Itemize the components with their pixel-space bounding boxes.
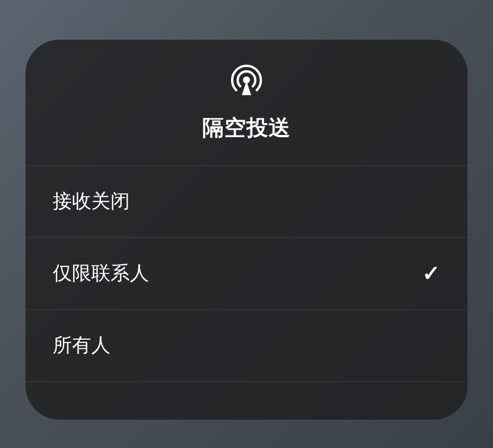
option-contacts-only[interactable]: 仅限联系人 ✓ bbox=[26, 238, 468, 310]
airdrop-settings-panel: 隔空投送 接收关闭 ✓ 仅限联系人 ✓ 所有人 ✓ bbox=[26, 40, 468, 420]
checkmark-icon: ✓ bbox=[422, 261, 440, 286]
option-label: 所有人 bbox=[53, 332, 110, 358]
panel-header: 隔空投送 bbox=[26, 40, 468, 166]
option-everyone[interactable]: 所有人 ✓ bbox=[26, 310, 468, 382]
panel-title: 隔空投送 bbox=[202, 113, 291, 142]
airdrop-icon bbox=[229, 62, 264, 98]
option-receiving-off[interactable]: 接收关闭 ✓ bbox=[26, 166, 468, 238]
option-label: 接收关闭 bbox=[53, 188, 130, 214]
option-label: 仅限联系人 bbox=[53, 260, 149, 286]
